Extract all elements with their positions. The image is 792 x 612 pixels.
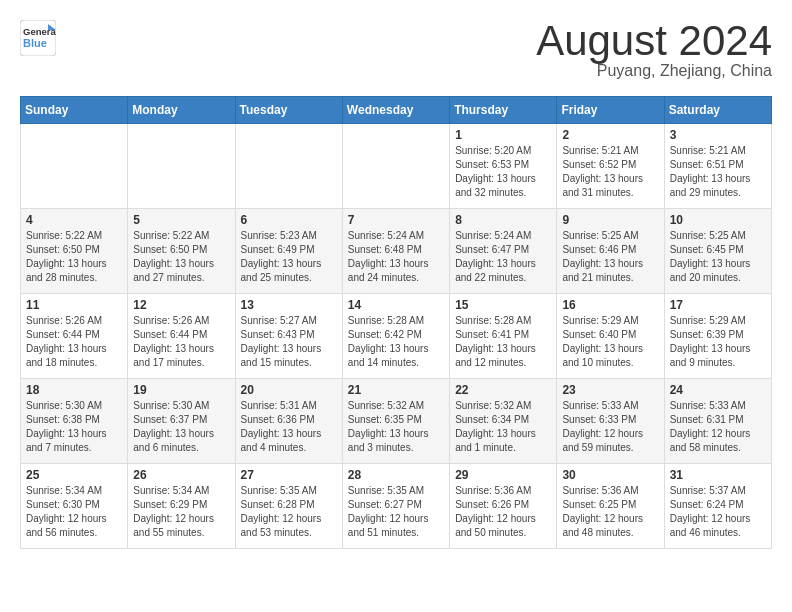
weekday-header: Friday — [557, 97, 664, 124]
calendar-day-cell: 5Sunrise: 5:22 AM Sunset: 6:50 PM Daylig… — [128, 209, 235, 294]
calendar-day-cell: 1Sunrise: 5:20 AM Sunset: 6:53 PM Daylig… — [450, 124, 557, 209]
calendar-day-cell: 13Sunrise: 5:27 AM Sunset: 6:43 PM Dayli… — [235, 294, 342, 379]
day-info: Sunrise: 5:26 AM Sunset: 6:44 PM Dayligh… — [133, 314, 229, 370]
day-info: Sunrise: 5:22 AM Sunset: 6:50 PM Dayligh… — [133, 229, 229, 285]
logo: General Blue — [20, 20, 56, 56]
day-info: Sunrise: 5:27 AM Sunset: 6:43 PM Dayligh… — [241, 314, 337, 370]
day-number: 28 — [348, 468, 444, 482]
calendar-day-cell — [21, 124, 128, 209]
day-number: 20 — [241, 383, 337, 397]
day-info: Sunrise: 5:22 AM Sunset: 6:50 PM Dayligh… — [26, 229, 122, 285]
day-info: Sunrise: 5:30 AM Sunset: 6:37 PM Dayligh… — [133, 399, 229, 455]
day-info: Sunrise: 5:29 AM Sunset: 6:39 PM Dayligh… — [670, 314, 766, 370]
day-number: 24 — [670, 383, 766, 397]
day-number: 29 — [455, 468, 551, 482]
title-block: August 2024 Puyang, Zhejiang, China — [536, 20, 772, 80]
calendar-day-cell: 16Sunrise: 5:29 AM Sunset: 6:40 PM Dayli… — [557, 294, 664, 379]
calendar-day-cell: 17Sunrise: 5:29 AM Sunset: 6:39 PM Dayli… — [664, 294, 771, 379]
calendar-day-cell: 22Sunrise: 5:32 AM Sunset: 6:34 PM Dayli… — [450, 379, 557, 464]
weekday-header: Sunday — [21, 97, 128, 124]
calendar-day-cell: 3Sunrise: 5:21 AM Sunset: 6:51 PM Daylig… — [664, 124, 771, 209]
day-info: Sunrise: 5:21 AM Sunset: 6:51 PM Dayligh… — [670, 144, 766, 200]
day-number: 8 — [455, 213, 551, 227]
calendar-day-cell: 26Sunrise: 5:34 AM Sunset: 6:29 PM Dayli… — [128, 464, 235, 549]
calendar-week-row: 4Sunrise: 5:22 AM Sunset: 6:50 PM Daylig… — [21, 209, 772, 294]
day-info: Sunrise: 5:30 AM Sunset: 6:38 PM Dayligh… — [26, 399, 122, 455]
calendar-day-cell: 19Sunrise: 5:30 AM Sunset: 6:37 PM Dayli… — [128, 379, 235, 464]
month-title: August 2024 — [536, 20, 772, 62]
weekday-header: Saturday — [664, 97, 771, 124]
day-number: 27 — [241, 468, 337, 482]
day-number: 15 — [455, 298, 551, 312]
day-info: Sunrise: 5:33 AM Sunset: 6:31 PM Dayligh… — [670, 399, 766, 455]
day-info: Sunrise: 5:33 AM Sunset: 6:33 PM Dayligh… — [562, 399, 658, 455]
day-number: 4 — [26, 213, 122, 227]
calendar-day-cell: 15Sunrise: 5:28 AM Sunset: 6:41 PM Dayli… — [450, 294, 557, 379]
calendar-day-cell — [342, 124, 449, 209]
day-number: 10 — [670, 213, 766, 227]
calendar-week-row: 25Sunrise: 5:34 AM Sunset: 6:30 PM Dayli… — [21, 464, 772, 549]
calendar-week-row: 18Sunrise: 5:30 AM Sunset: 6:38 PM Dayli… — [21, 379, 772, 464]
day-info: Sunrise: 5:25 AM Sunset: 6:45 PM Dayligh… — [670, 229, 766, 285]
day-number: 7 — [348, 213, 444, 227]
calendar-day-cell: 6Sunrise: 5:23 AM Sunset: 6:49 PM Daylig… — [235, 209, 342, 294]
day-info: Sunrise: 5:32 AM Sunset: 6:35 PM Dayligh… — [348, 399, 444, 455]
calendar-day-cell: 31Sunrise: 5:37 AM Sunset: 6:24 PM Dayli… — [664, 464, 771, 549]
day-number: 5 — [133, 213, 229, 227]
weekday-header-row: SundayMondayTuesdayWednesdayThursdayFrid… — [21, 97, 772, 124]
day-number: 9 — [562, 213, 658, 227]
day-number: 22 — [455, 383, 551, 397]
weekday-header: Thursday — [450, 97, 557, 124]
calendar-day-cell: 23Sunrise: 5:33 AM Sunset: 6:33 PM Dayli… — [557, 379, 664, 464]
calendar-day-cell — [235, 124, 342, 209]
day-info: Sunrise: 5:36 AM Sunset: 6:26 PM Dayligh… — [455, 484, 551, 540]
calendar-day-cell: 25Sunrise: 5:34 AM Sunset: 6:30 PM Dayli… — [21, 464, 128, 549]
day-info: Sunrise: 5:29 AM Sunset: 6:40 PM Dayligh… — [562, 314, 658, 370]
calendar-day-cell: 9Sunrise: 5:25 AM Sunset: 6:46 PM Daylig… — [557, 209, 664, 294]
page-header: General Blue August 2024 Puyang, Zhejian… — [20, 20, 772, 80]
calendar-day-cell: 29Sunrise: 5:36 AM Sunset: 6:26 PM Dayli… — [450, 464, 557, 549]
day-number: 31 — [670, 468, 766, 482]
day-info: Sunrise: 5:26 AM Sunset: 6:44 PM Dayligh… — [26, 314, 122, 370]
day-number: 30 — [562, 468, 658, 482]
weekday-header: Tuesday — [235, 97, 342, 124]
day-number: 2 — [562, 128, 658, 142]
day-info: Sunrise: 5:31 AM Sunset: 6:36 PM Dayligh… — [241, 399, 337, 455]
day-info: Sunrise: 5:37 AM Sunset: 6:24 PM Dayligh… — [670, 484, 766, 540]
calendar-day-cell: 11Sunrise: 5:26 AM Sunset: 6:44 PM Dayli… — [21, 294, 128, 379]
weekday-header: Wednesday — [342, 97, 449, 124]
day-info: Sunrise: 5:28 AM Sunset: 6:42 PM Dayligh… — [348, 314, 444, 370]
calendar-day-cell: 7Sunrise: 5:24 AM Sunset: 6:48 PM Daylig… — [342, 209, 449, 294]
day-number: 17 — [670, 298, 766, 312]
calendar-week-row: 1Sunrise: 5:20 AM Sunset: 6:53 PM Daylig… — [21, 124, 772, 209]
weekday-header: Monday — [128, 97, 235, 124]
day-number: 14 — [348, 298, 444, 312]
day-number: 23 — [562, 383, 658, 397]
day-number: 16 — [562, 298, 658, 312]
day-info: Sunrise: 5:35 AM Sunset: 6:28 PM Dayligh… — [241, 484, 337, 540]
calendar-day-cell: 8Sunrise: 5:24 AM Sunset: 6:47 PM Daylig… — [450, 209, 557, 294]
day-number: 25 — [26, 468, 122, 482]
day-number: 6 — [241, 213, 337, 227]
day-info: Sunrise: 5:32 AM Sunset: 6:34 PM Dayligh… — [455, 399, 551, 455]
calendar-day-cell: 30Sunrise: 5:36 AM Sunset: 6:25 PM Dayli… — [557, 464, 664, 549]
calendar-day-cell: 20Sunrise: 5:31 AM Sunset: 6:36 PM Dayli… — [235, 379, 342, 464]
day-info: Sunrise: 5:20 AM Sunset: 6:53 PM Dayligh… — [455, 144, 551, 200]
calendar-week-row: 11Sunrise: 5:26 AM Sunset: 6:44 PM Dayli… — [21, 294, 772, 379]
day-number: 3 — [670, 128, 766, 142]
calendar-day-cell — [128, 124, 235, 209]
calendar-day-cell: 27Sunrise: 5:35 AM Sunset: 6:28 PM Dayli… — [235, 464, 342, 549]
day-info: Sunrise: 5:23 AM Sunset: 6:49 PM Dayligh… — [241, 229, 337, 285]
day-number: 13 — [241, 298, 337, 312]
day-info: Sunrise: 5:24 AM Sunset: 6:47 PM Dayligh… — [455, 229, 551, 285]
day-number: 21 — [348, 383, 444, 397]
calendar-day-cell: 12Sunrise: 5:26 AM Sunset: 6:44 PM Dayli… — [128, 294, 235, 379]
day-number: 19 — [133, 383, 229, 397]
day-number: 26 — [133, 468, 229, 482]
day-info: Sunrise: 5:24 AM Sunset: 6:48 PM Dayligh… — [348, 229, 444, 285]
logo-svg: General Blue — [20, 20, 56, 56]
calendar-day-cell: 2Sunrise: 5:21 AM Sunset: 6:52 PM Daylig… — [557, 124, 664, 209]
calendar-day-cell: 14Sunrise: 5:28 AM Sunset: 6:42 PM Dayli… — [342, 294, 449, 379]
day-number: 11 — [26, 298, 122, 312]
calendar-day-cell: 28Sunrise: 5:35 AM Sunset: 6:27 PM Dayli… — [342, 464, 449, 549]
